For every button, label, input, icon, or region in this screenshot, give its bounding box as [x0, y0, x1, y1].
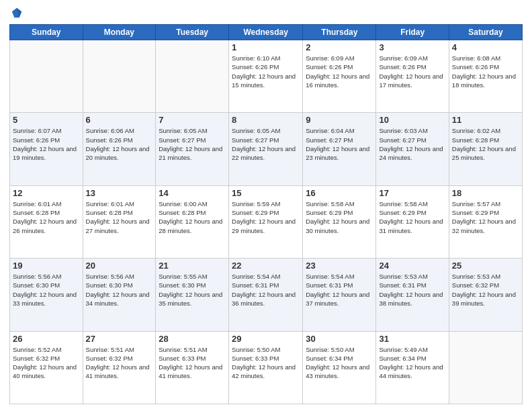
calendar-cell: 31Sunrise: 5:49 AM Sunset: 6:34 PM Dayli… [376, 331, 449, 404]
calendar-cell: 2Sunrise: 6:09 AM Sunset: 6:26 PM Daylig… [303, 40, 376, 113]
day-number: 29 [232, 334, 300, 344]
calendar-week-row: 26Sunrise: 5:52 AM Sunset: 6:32 PM Dayli… [10, 331, 523, 404]
day-info: Sunrise: 6:10 AM Sunset: 6:26 PM Dayligh… [232, 54, 300, 89]
calendar-cell: 16Sunrise: 5:58 AM Sunset: 6:29 PM Dayli… [303, 185, 376, 258]
calendar-cell [449, 331, 522, 404]
day-number: 28 [159, 334, 226, 344]
day-info: Sunrise: 5:53 AM Sunset: 6:32 PM Dayligh… [452, 272, 519, 308]
calendar-cell: 9Sunrise: 6:04 AM Sunset: 6:27 PM Daylig… [303, 113, 376, 185]
header [9, 7, 523, 19]
calendar-week-row: 12Sunrise: 6:01 AM Sunset: 6:28 PM Dayli… [10, 185, 523, 258]
day-info: Sunrise: 6:04 AM Sunset: 6:27 PM Dayligh… [306, 126, 373, 162]
calendar-cell [10, 40, 83, 113]
calendar-cell: 17Sunrise: 5:58 AM Sunset: 6:29 PM Dayli… [376, 185, 449, 258]
calendar-cell: 5Sunrise: 6:07 AM Sunset: 6:26 PM Daylig… [10, 113, 83, 185]
day-number: 1 [232, 42, 300, 52]
day-number: 19 [13, 261, 80, 271]
day-info: Sunrise: 5:53 AM Sunset: 6:31 PM Dayligh… [379, 272, 445, 308]
day-info: Sunrise: 5:51 AM Sunset: 6:33 PM Dayligh… [159, 345, 226, 381]
day-info: Sunrise: 6:02 AM Sunset: 6:28 PM Dayligh… [452, 126, 519, 162]
day-info: Sunrise: 5:56 AM Sunset: 6:30 PM Dayligh… [13, 272, 80, 308]
weekday-header-row: SundayMondayTuesdayWednesdayThursdayFrid… [10, 25, 523, 40]
day-info: Sunrise: 5:59 AM Sunset: 6:29 PM Dayligh… [232, 199, 300, 235]
weekday-header: Saturday [449, 25, 522, 40]
day-number: 3 [379, 42, 445, 52]
day-number: 11 [452, 115, 519, 125]
day-info: Sunrise: 5:54 AM Sunset: 6:31 PM Dayligh… [232, 272, 300, 308]
day-info: Sunrise: 6:01 AM Sunset: 6:28 PM Dayligh… [86, 199, 153, 235]
calendar-week-row: 19Sunrise: 5:56 AM Sunset: 6:30 PM Dayli… [10, 259, 523, 331]
day-number: 30 [306, 334, 373, 344]
weekday-header: Wednesday [229, 25, 303, 40]
day-info: Sunrise: 5:55 AM Sunset: 6:30 PM Dayligh… [159, 272, 226, 308]
day-number: 9 [306, 115, 373, 125]
day-number: 27 [86, 334, 153, 344]
day-number: 26 [13, 334, 80, 344]
calendar-cell: 21Sunrise: 5:55 AM Sunset: 6:30 PM Dayli… [156, 259, 229, 331]
day-number: 6 [86, 115, 153, 125]
calendar-cell: 8Sunrise: 6:05 AM Sunset: 6:27 PM Daylig… [229, 113, 303, 185]
day-info: Sunrise: 5:56 AM Sunset: 6:30 PM Dayligh… [86, 272, 153, 308]
calendar-cell: 19Sunrise: 5:56 AM Sunset: 6:30 PM Dayli… [10, 259, 83, 331]
calendar-week-row: 5Sunrise: 6:07 AM Sunset: 6:26 PM Daylig… [10, 113, 523, 185]
weekday-header: Sunday [10, 25, 83, 40]
day-info: Sunrise: 6:07 AM Sunset: 6:26 PM Dayligh… [13, 126, 80, 162]
day-number: 25 [452, 261, 519, 271]
day-info: Sunrise: 6:00 AM Sunset: 6:28 PM Dayligh… [159, 199, 226, 235]
day-number: 17 [379, 188, 445, 198]
calendar-cell: 27Sunrise: 5:51 AM Sunset: 6:32 PM Dayli… [83, 331, 156, 404]
calendar-cell: 29Sunrise: 5:50 AM Sunset: 6:33 PM Dayli… [229, 331, 303, 404]
calendar-cell: 4Sunrise: 6:08 AM Sunset: 6:26 PM Daylig… [449, 40, 522, 113]
calendar-cell: 10Sunrise: 6:03 AM Sunset: 6:27 PM Dayli… [376, 113, 449, 185]
day-number: 14 [159, 188, 226, 198]
day-number: 2 [306, 42, 373, 52]
day-info: Sunrise: 5:50 AM Sunset: 6:33 PM Dayligh… [232, 345, 300, 381]
day-info: Sunrise: 5:58 AM Sunset: 6:29 PM Dayligh… [379, 199, 445, 235]
weekday-header: Tuesday [156, 25, 229, 40]
calendar-cell: 18Sunrise: 5:57 AM Sunset: 6:29 PM Dayli… [449, 185, 522, 258]
calendar-cell: 7Sunrise: 6:05 AM Sunset: 6:27 PM Daylig… [156, 113, 229, 185]
calendar-cell: 1Sunrise: 6:10 AM Sunset: 6:26 PM Daylig… [229, 40, 303, 113]
calendar-cell: 22Sunrise: 5:54 AM Sunset: 6:31 PM Dayli… [229, 259, 303, 331]
day-number: 7 [159, 115, 226, 125]
day-number: 31 [379, 334, 445, 344]
calendar-cell: 11Sunrise: 6:02 AM Sunset: 6:28 PM Dayli… [449, 113, 522, 185]
day-info: Sunrise: 5:51 AM Sunset: 6:32 PM Dayligh… [86, 345, 153, 381]
calendar-cell: 26Sunrise: 5:52 AM Sunset: 6:32 PM Dayli… [10, 331, 83, 404]
calendar-cell: 12Sunrise: 6:01 AM Sunset: 6:28 PM Dayli… [10, 185, 83, 258]
day-number: 21 [159, 261, 226, 271]
calendar-table: SundayMondayTuesdayWednesdayThursdayFrid… [9, 24, 523, 404]
day-info: Sunrise: 5:58 AM Sunset: 6:29 PM Dayligh… [306, 199, 373, 235]
calendar-cell: 13Sunrise: 6:01 AM Sunset: 6:28 PM Dayli… [83, 185, 156, 258]
day-info: Sunrise: 6:08 AM Sunset: 6:26 PM Dayligh… [452, 54, 519, 89]
weekday-header: Friday [376, 25, 449, 40]
calendar-cell: 15Sunrise: 5:59 AM Sunset: 6:29 PM Dayli… [229, 185, 303, 258]
day-info: Sunrise: 6:01 AM Sunset: 6:28 PM Dayligh… [13, 199, 80, 235]
day-number: 22 [232, 261, 300, 271]
day-number: 5 [13, 115, 80, 125]
day-number: 15 [232, 188, 300, 198]
calendar-cell: 6Sunrise: 6:06 AM Sunset: 6:26 PM Daylig… [83, 113, 156, 185]
calendar-cell: 14Sunrise: 6:00 AM Sunset: 6:28 PM Dayli… [156, 185, 229, 258]
calendar-cell: 30Sunrise: 5:50 AM Sunset: 6:34 PM Dayli… [303, 331, 376, 404]
day-number: 24 [379, 261, 445, 271]
day-info: Sunrise: 5:57 AM Sunset: 6:29 PM Dayligh… [452, 199, 519, 235]
weekday-header: Monday [83, 25, 156, 40]
day-number: 18 [452, 188, 519, 198]
calendar-cell: 3Sunrise: 6:09 AM Sunset: 6:26 PM Daylig… [376, 40, 449, 113]
day-info: Sunrise: 6:05 AM Sunset: 6:27 PM Dayligh… [232, 126, 300, 162]
calendar-week-row: 1Sunrise: 6:10 AM Sunset: 6:26 PM Daylig… [10, 40, 523, 113]
day-number: 20 [86, 261, 153, 271]
weekday-header: Thursday [303, 25, 376, 40]
calendar-cell: 25Sunrise: 5:53 AM Sunset: 6:32 PM Dayli… [449, 259, 522, 331]
calendar-cell [156, 40, 229, 113]
day-info: Sunrise: 5:52 AM Sunset: 6:32 PM Dayligh… [13, 345, 80, 381]
day-info: Sunrise: 5:49 AM Sunset: 6:34 PM Dayligh… [379, 345, 445, 381]
day-info: Sunrise: 6:09 AM Sunset: 6:26 PM Dayligh… [379, 54, 445, 89]
day-number: 10 [379, 115, 445, 125]
day-info: Sunrise: 5:54 AM Sunset: 6:31 PM Dayligh… [306, 272, 373, 308]
day-info: Sunrise: 6:03 AM Sunset: 6:27 PM Dayligh… [379, 126, 445, 162]
page: SundayMondayTuesdayWednesdayThursdayFrid… [0, 0, 532, 411]
day-info: Sunrise: 6:06 AM Sunset: 6:26 PM Dayligh… [86, 126, 153, 162]
day-number: 8 [232, 115, 300, 125]
